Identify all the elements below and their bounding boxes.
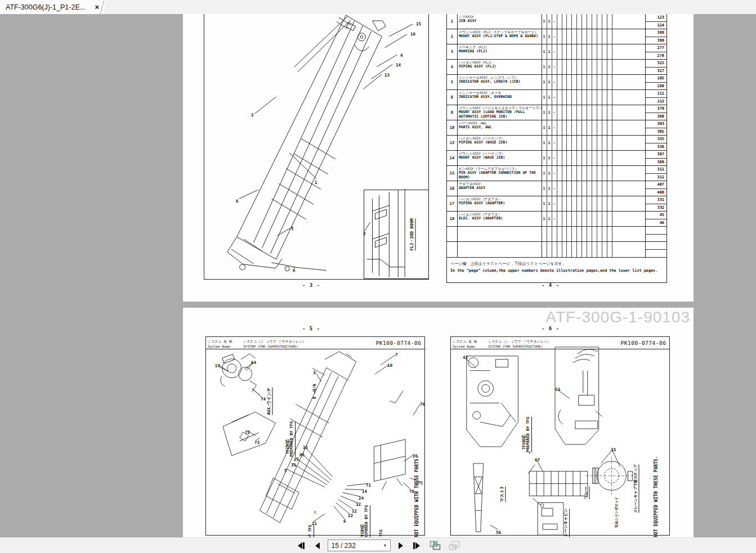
system-label-jp: システム 名 称: [453, 339, 485, 344]
figure-label: NOT EQUIPPED WITH THESE PARTS.: [654, 456, 659, 538]
page5-system-header: システム 名 称 System Name システム（ジ ョウブ ソウチカンレン）…: [206, 337, 424, 349]
cell-quantity: [557, 29, 562, 44]
cell-quantity: -: [552, 44, 557, 59]
cell-quantity: [567, 105, 572, 120]
cell-quantity: [607, 212, 612, 226]
cell-quantity: [577, 181, 582, 196]
cell-part-name: [458, 242, 542, 257]
page-number-value: 388: [646, 159, 666, 166]
page-indicator[interactable]: 15 / 232: [328, 542, 356, 550]
cell-quantity: [557, 120, 562, 135]
table-row: 4ハイカンASSY（FLJ）PIPING ASSY (FLJ)11-325327: [447, 60, 666, 75]
callout-number: 31: [291, 463, 296, 467]
page-number-input[interactable]: 15 / 232 ▼: [328, 539, 391, 551]
cell-quantity: [557, 14, 562, 29]
history-forward-button[interactable]: [448, 540, 462, 551]
cell-quantity: [572, 242, 577, 257]
cell-quantity: [557, 227, 562, 241]
cell-quantity: [587, 105, 592, 120]
cell-quantity: [607, 166, 612, 181]
cell-quantity: [562, 242, 567, 257]
callout-number: 5: [284, 469, 287, 473]
cell-quantity: [562, 212, 567, 226]
cell-quantity: 1: [542, 29, 547, 44]
cell-quantity: [582, 29, 587, 44]
chevron-down-icon[interactable]: ▼: [381, 540, 390, 551]
note-japanese: ページ欄 上段はイラストページ，下段はリストページを示す。: [450, 260, 663, 268]
cell-quantity: [572, 105, 577, 120]
history-back-button[interactable]: [429, 540, 442, 551]
cell-remarks: [612, 75, 646, 89]
cell-part-name: ピンASSY（ブームアダプタセツゾク）PIN ASSY (ADAPTER CON…: [458, 166, 542, 181]
tab-bar: ATF-300G6(J)-1_P1-2E... ×: [0, 0, 756, 14]
cell-quantity: 1: [547, 29, 552, 44]
cell-page-numbers: 331332: [646, 196, 666, 211]
cell-quantity: [577, 212, 582, 226]
first-page-button[interactable]: [295, 540, 307, 551]
cell-quantity: [542, 242, 547, 257]
cell-quantity: [592, 120, 597, 135]
cell-quantity: [597, 181, 602, 196]
page-number-value: 408: [646, 189, 666, 196]
cell-quantity: [587, 242, 592, 257]
table-row: 3マーキング（FLJ）MARKING (FLJ)11-277278: [447, 44, 666, 60]
table-row: 15ピンASSY（ブームアダプタセツゾク）PIN ASSY (ADAPTER C…: [447, 166, 666, 181]
cell-part-name: ジブASSYJIB ASSY: [458, 14, 542, 29]
cell-remarks: [612, 136, 646, 150]
cell-quantity: [607, 181, 612, 196]
cell-quantity: [572, 136, 577, 150]
cell-part-name: アダプタASSYADAPTER ASSY: [458, 181, 542, 196]
page-number-value: 379: [646, 105, 666, 113]
cell-quantity: [557, 212, 562, 226]
cell-remarks: [612, 60, 646, 74]
cell-quantity: 1: [547, 105, 552, 120]
cell-quantity: [592, 166, 597, 181]
page6-number: - 6 -: [542, 326, 560, 331]
cell-quantity: [577, 90, 582, 105]
cell-item-number: 1: [447, 14, 458, 29]
cell-quantity: [582, 90, 587, 105]
close-icon[interactable]: ×: [95, 3, 99, 11]
cell-quantity: [582, 166, 587, 181]
cell-page-numbers: 311312: [646, 166, 666, 181]
cell-quantity: [577, 60, 582, 74]
page6-system-header: システム 名 称 System Name システム（ジ ョウブ ソウチカンレン）…: [451, 337, 669, 349]
cell-quantity: -: [552, 120, 557, 135]
callout-number: 15: [303, 446, 308, 450]
figure-label: クレーンキャビン: [564, 509, 570, 541]
cell-quantity: [577, 75, 582, 89]
cell-quantity: [572, 166, 577, 181]
table-row: 1ジブASSYJIB ASSY11-123124: [447, 14, 666, 29]
last-page-button[interactable]: [411, 540, 423, 551]
document-tab[interactable]: ATF-300G6(J)-1_P1-2E... ×: [0, 0, 105, 14]
page-number-value: 380: [646, 113, 666, 120]
cell-quantity: [607, 120, 612, 135]
cell-quantity: -: [552, 196, 557, 211]
figure-label: PREPARED BY TFG: [526, 417, 532, 452]
cell-quantity: [602, 212, 607, 226]
cell-quantity: [567, 29, 572, 44]
callout-number: 65: [299, 453, 305, 457]
cell-quantity: [567, 196, 572, 211]
cell-quantity: [592, 151, 597, 165]
cell-page-numbers: 389390: [646, 29, 666, 44]
cell-quantity: [607, 90, 612, 105]
skip-back-icon: [297, 542, 305, 550]
cell-quantity: 1: [542, 212, 547, 226]
previous-page-button[interactable]: [311, 540, 324, 551]
system-title-en: SYSTEM (FOR SUPERSTRUCTURE): [243, 344, 372, 349]
next-page-button[interactable]: [395, 540, 407, 551]
cell-quantity: [567, 181, 572, 196]
cell-remarks: [612, 120, 646, 135]
page-number-value: 112: [646, 98, 666, 105]
cell-quantity: 1: [547, 212, 552, 226]
callout-number: 13: [384, 73, 390, 78]
cell-quantity: [577, 14, 582, 29]
cell-quantity: [587, 166, 592, 181]
cell-quantity: [577, 136, 582, 150]
cell-quantity: [582, 181, 587, 196]
cell-quantity: [557, 196, 562, 211]
cell-remarks: [612, 90, 646, 105]
page-number-value: 325: [646, 60, 666, 68]
cell-quantity: [557, 75, 562, 89]
